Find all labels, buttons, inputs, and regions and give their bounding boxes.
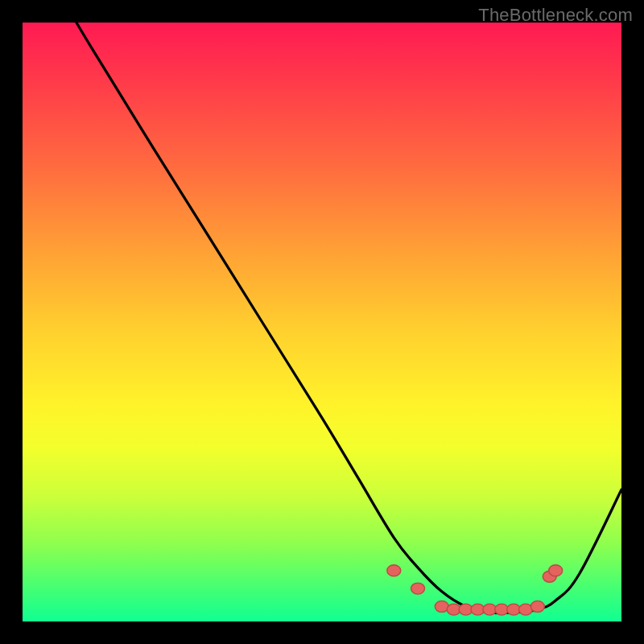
curve-marker [530, 601, 544, 612]
bottleneck-curve-svg [23, 23, 621, 621]
curve-marker [549, 565, 563, 576]
chart-frame: TheBottleneck.com [0, 0, 644, 644]
watermark-text: TheBottleneck.com [478, 5, 633, 26]
curve-marker [411, 583, 425, 594]
curve-marker [387, 565, 401, 576]
bottleneck-curve-path [76, 23, 621, 613]
plot-area [23, 23, 621, 621]
curve-markers [387, 565, 563, 615]
